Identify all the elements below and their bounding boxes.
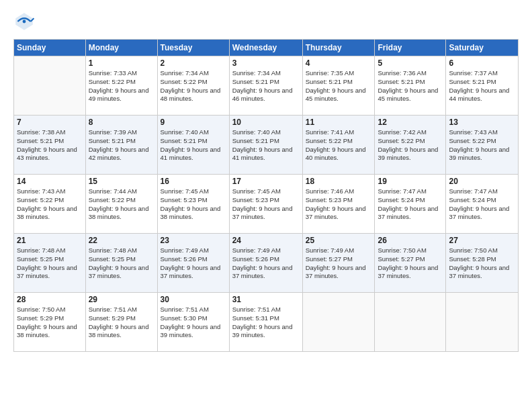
day-number: 18 bbox=[306, 177, 372, 186]
day-info: Sunrise: 7:47 AMSunset: 5:24 PMDaylight:… bbox=[378, 187, 443, 222]
svg-point-1 bbox=[23, 20, 26, 24]
day-info: Sunrise: 7:47 AMSunset: 5:24 PMDaylight:… bbox=[449, 187, 515, 222]
day-info: Sunrise: 7:48 AMSunset: 5:25 PMDaylight:… bbox=[89, 246, 154, 281]
weekday-header-friday: Friday bbox=[375, 40, 446, 56]
day-info: Sunrise: 7:49 AMSunset: 5:27 PMDaylight:… bbox=[306, 246, 372, 281]
day-number: 2 bbox=[161, 58, 226, 68]
day-number: 20 bbox=[449, 177, 515, 186]
logo bbox=[13, 11, 38, 32]
weekday-header-row: SundayMondayTuesdayWednesdayThursdayFrid… bbox=[14, 40, 519, 56]
day-number: 8 bbox=[89, 118, 154, 127]
day-number: 21 bbox=[17, 236, 83, 245]
calendar-cell: 30Sunrise: 7:51 AMSunset: 5:30 PMDayligh… bbox=[157, 293, 229, 352]
day-number: 11 bbox=[306, 118, 372, 127]
day-number: 14 bbox=[17, 177, 83, 186]
calendar-cell: 4Sunrise: 7:35 AMSunset: 5:21 PMDaylight… bbox=[302, 56, 375, 116]
day-number: 10 bbox=[232, 118, 300, 127]
calendar-cell: 7Sunrise: 7:38 AMSunset: 5:21 PMDaylight… bbox=[14, 116, 86, 175]
calendar-body: 1Sunrise: 7:33 AMSunset: 5:22 PMDaylight… bbox=[14, 56, 519, 352]
calendar-cell: 24Sunrise: 7:49 AMSunset: 5:26 PMDayligh… bbox=[229, 234, 302, 293]
calendar-cell: 26Sunrise: 7:50 AMSunset: 5:27 PMDayligh… bbox=[375, 234, 446, 293]
day-number: 30 bbox=[161, 295, 226, 304]
day-info: Sunrise: 7:50 AMSunset: 5:27 PMDaylight:… bbox=[378, 246, 443, 281]
day-info: Sunrise: 7:37 AMSunset: 5:21 PMDaylight:… bbox=[449, 69, 515, 103]
calendar-cell: 21Sunrise: 7:48 AMSunset: 5:25 PMDayligh… bbox=[14, 234, 86, 293]
calendar-cell: 11Sunrise: 7:41 AMSunset: 5:22 PMDayligh… bbox=[302, 116, 375, 175]
weekday-header-wednesday: Wednesday bbox=[229, 40, 302, 56]
day-info: Sunrise: 7:51 AMSunset: 5:31 PMDaylight:… bbox=[232, 306, 300, 340]
calendar-cell: 29Sunrise: 7:51 AMSunset: 5:29 PMDayligh… bbox=[85, 293, 157, 352]
day-number: 29 bbox=[89, 295, 154, 304]
weekday-header-saturday: Saturday bbox=[446, 40, 519, 56]
calendar-cell: 5Sunrise: 7:36 AMSunset: 5:21 PMDaylight… bbox=[375, 56, 446, 116]
day-number: 7 bbox=[17, 118, 83, 127]
day-info: Sunrise: 7:34 AMSunset: 5:22 PMDaylight:… bbox=[161, 69, 226, 103]
day-info: Sunrise: 7:50 AMSunset: 5:28 PMDaylight:… bbox=[449, 246, 515, 281]
calendar-cell bbox=[302, 293, 375, 352]
day-number: 13 bbox=[449, 118, 515, 127]
day-number: 23 bbox=[161, 236, 226, 245]
day-info: Sunrise: 7:51 AMSunset: 5:29 PMDaylight:… bbox=[89, 306, 154, 340]
day-info: Sunrise: 7:34 AMSunset: 5:21 PMDaylight:… bbox=[232, 69, 300, 103]
calendar-table: SundayMondayTuesdayWednesdayThursdayFrid… bbox=[13, 39, 519, 352]
day-info: Sunrise: 7:51 AMSunset: 5:30 PMDaylight:… bbox=[161, 306, 226, 340]
day-number: 19 bbox=[378, 177, 443, 186]
calendar-cell: 20Sunrise: 7:47 AMSunset: 5:24 PMDayligh… bbox=[446, 175, 519, 234]
page-container: SundayMondayTuesdayWednesdayThursdayFrid… bbox=[0, 0, 532, 411]
calendar-cell: 14Sunrise: 7:43 AMSunset: 5:22 PMDayligh… bbox=[14, 175, 86, 234]
day-number: 25 bbox=[306, 236, 372, 245]
day-info: Sunrise: 7:41 AMSunset: 5:22 PMDaylight:… bbox=[306, 128, 372, 163]
day-number: 28 bbox=[17, 295, 83, 304]
day-info: Sunrise: 7:45 AMSunset: 5:23 PMDaylight:… bbox=[161, 187, 226, 222]
calendar-cell: 10Sunrise: 7:40 AMSunset: 5:21 PMDayligh… bbox=[229, 116, 302, 175]
day-number: 27 bbox=[449, 236, 515, 245]
calendar-week-2: 14Sunrise: 7:43 AMSunset: 5:22 PMDayligh… bbox=[14, 175, 519, 234]
calendar-cell: 19Sunrise: 7:47 AMSunset: 5:24 PMDayligh… bbox=[375, 175, 446, 234]
day-info: Sunrise: 7:49 AMSunset: 5:26 PMDaylight:… bbox=[232, 246, 300, 281]
calendar-cell: 6Sunrise: 7:37 AMSunset: 5:21 PMDaylight… bbox=[446, 56, 519, 116]
calendar-cell: 13Sunrise: 7:43 AMSunset: 5:22 PMDayligh… bbox=[446, 116, 519, 175]
day-info: Sunrise: 7:42 AMSunset: 5:22 PMDaylight:… bbox=[378, 128, 443, 163]
day-info: Sunrise: 7:43 AMSunset: 5:22 PMDaylight:… bbox=[17, 187, 83, 222]
day-info: Sunrise: 7:39 AMSunset: 5:21 PMDaylight:… bbox=[89, 128, 154, 163]
weekday-header-thursday: Thursday bbox=[302, 40, 375, 56]
calendar-cell: 8Sunrise: 7:39 AMSunset: 5:21 PMDaylight… bbox=[85, 116, 157, 175]
calendar-cell: 2Sunrise: 7:34 AMSunset: 5:22 PMDaylight… bbox=[157, 56, 229, 116]
day-number: 26 bbox=[378, 236, 443, 245]
day-info: Sunrise: 7:49 AMSunset: 5:26 PMDaylight:… bbox=[161, 246, 226, 281]
day-info: Sunrise: 7:44 AMSunset: 5:22 PMDaylight:… bbox=[89, 187, 154, 222]
day-number: 1 bbox=[89, 58, 154, 68]
day-info: Sunrise: 7:46 AMSunset: 5:23 PMDaylight:… bbox=[306, 187, 372, 222]
page-header bbox=[13, 11, 519, 32]
day-info: Sunrise: 7:33 AMSunset: 5:22 PMDaylight:… bbox=[89, 69, 154, 103]
weekday-header-monday: Monday bbox=[85, 40, 157, 56]
day-info: Sunrise: 7:36 AMSunset: 5:21 PMDaylight:… bbox=[378, 69, 443, 103]
calendar-cell: 18Sunrise: 7:46 AMSunset: 5:23 PMDayligh… bbox=[302, 175, 375, 234]
calendar-cell bbox=[375, 293, 446, 352]
calendar-cell: 31Sunrise: 7:51 AMSunset: 5:31 PMDayligh… bbox=[229, 293, 302, 352]
calendar-cell: 1Sunrise: 7:33 AMSunset: 5:22 PMDaylight… bbox=[85, 56, 157, 116]
calendar-cell: 22Sunrise: 7:48 AMSunset: 5:25 PMDayligh… bbox=[85, 234, 157, 293]
day-info: Sunrise: 7:50 AMSunset: 5:29 PMDaylight:… bbox=[17, 306, 83, 340]
calendar-cell: 25Sunrise: 7:49 AMSunset: 5:27 PMDayligh… bbox=[302, 234, 375, 293]
calendar-cell: 12Sunrise: 7:42 AMSunset: 5:22 PMDayligh… bbox=[375, 116, 446, 175]
calendar-cell: 27Sunrise: 7:50 AMSunset: 5:28 PMDayligh… bbox=[446, 234, 519, 293]
weekday-header-sunday: Sunday bbox=[14, 40, 86, 56]
calendar-cell: 3Sunrise: 7:34 AMSunset: 5:21 PMDaylight… bbox=[229, 56, 302, 116]
day-number: 15 bbox=[89, 177, 154, 186]
day-info: Sunrise: 7:48 AMSunset: 5:25 PMDaylight:… bbox=[17, 246, 83, 281]
day-number: 16 bbox=[161, 177, 226, 186]
calendar-cell bbox=[14, 56, 86, 116]
day-info: Sunrise: 7:43 AMSunset: 5:22 PMDaylight:… bbox=[449, 128, 515, 163]
day-info: Sunrise: 7:38 AMSunset: 5:21 PMDaylight:… bbox=[17, 128, 83, 163]
calendar-cell: 17Sunrise: 7:45 AMSunset: 5:23 PMDayligh… bbox=[229, 175, 302, 234]
day-number: 12 bbox=[378, 118, 443, 127]
day-number: 4 bbox=[306, 58, 372, 68]
day-info: Sunrise: 7:40 AMSunset: 5:21 PMDaylight:… bbox=[161, 128, 226, 163]
calendar-cell: 28Sunrise: 7:50 AMSunset: 5:29 PMDayligh… bbox=[14, 293, 86, 352]
day-info: Sunrise: 7:40 AMSunset: 5:21 PMDaylight:… bbox=[232, 128, 300, 163]
day-number: 24 bbox=[232, 236, 300, 245]
calendar-header: SundayMondayTuesdayWednesdayThursdayFrid… bbox=[14, 40, 519, 56]
day-number: 31 bbox=[232, 295, 300, 304]
day-number: 9 bbox=[161, 118, 226, 127]
